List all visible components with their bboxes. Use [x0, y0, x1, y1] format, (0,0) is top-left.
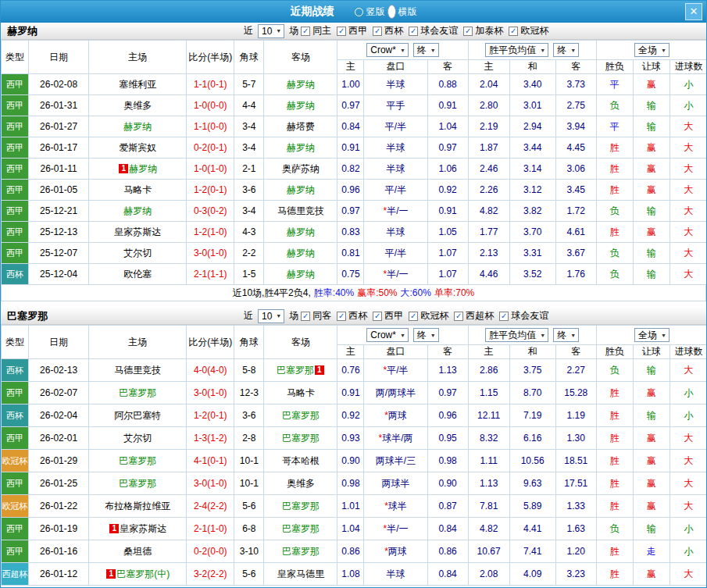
dropdown-arrow-icon: ▼ — [400, 48, 405, 53]
dropdown-arrow-icon: ▼ — [570, 48, 576, 53]
score-cell: 1-2(0-1) — [187, 404, 234, 427]
euro-away-cell: 1.19 — [555, 404, 596, 427]
away-favorite-asterisk: * — [383, 523, 387, 534]
euro-draw-cell: 5.89 — [509, 495, 555, 518]
score-cell: 1-1(0-1) — [187, 74, 234, 95]
home-team-cell: 塞维利亚 — [89, 74, 187, 95]
close-button[interactable]: ✕ — [685, 3, 702, 20]
final-odds-select[interactable]: 终▼ — [413, 328, 439, 342]
handicap-cell: 平手 — [364, 95, 427, 116]
result-header: 全场▼ — [596, 41, 707, 60]
handicap-cell: 两/两球半 — [364, 382, 427, 404]
date-cell: 26-01-17 — [29, 137, 89, 159]
home-team-cell: 桑坦德 — [89, 540, 187, 563]
subcol-label: 主 — [337, 345, 364, 359]
handicap-result-cell: 赢 — [633, 159, 670, 180]
euro-home-cell: 2.04 — [468, 74, 509, 95]
filter-checkbox-label: 球会友谊 — [511, 309, 548, 323]
home-team-cell: 阿尔巴塞特 — [89, 404, 187, 427]
filter-checkbox[interactable]: ✓同主 — [301, 24, 331, 37]
filter-checkbox[interactable]: ✓球会友谊 — [409, 24, 458, 37]
recent-results-popup: 近期战绩 竖版 横版 ✕ 赫罗纳近10▼场✓同主✓西甲✓西杯✓球会友谊✓加泰杯✓… — [0, 0, 707, 588]
subcol-label: 主 — [337, 60, 364, 74]
handicap-result-cell: 输 — [633, 518, 670, 540]
away-team-cell: 赫罗纳 — [264, 74, 337, 95]
euro-draw-cell: 3.31 — [509, 243, 555, 264]
type-cell: 西杯 — [2, 404, 29, 427]
handicap-cell: 两球半 — [364, 472, 427, 495]
euro-away-cell: 1.76 — [555, 264, 596, 285]
filter-checkbox[interactable]: ✓欧冠杯 — [509, 24, 548, 37]
filter-checkbox[interactable]: ✓加泰杯 — [463, 24, 503, 37]
team-name: 布拉格斯拉维亚 — [105, 501, 170, 511]
checkbox-icon: ✓ — [373, 27, 382, 36]
table-row: 西甲26-02-01艾尔切1-3(1-2)2-8巴塞罗那0.93*球半/两0.9… — [2, 427, 707, 450]
filter-checkbox-label: 西甲 — [384, 309, 403, 323]
full-match-select[interactable]: 全场▼ — [634, 43, 670, 57]
score-cell: 4-0(4-0) — [187, 359, 234, 382]
filter-checkbox[interactable]: ✓同客 — [301, 309, 331, 323]
full-match-select[interactable]: 全场▼ — [634, 328, 670, 342]
table-row: 西甲25-12-21赫罗纳0-3(0-2)3-4马德里竞技0.97*半/一0.9… — [2, 201, 707, 222]
bookmaker-select[interactable]: Crow*▼ — [366, 328, 409, 342]
euro-home-cell: 2.80 — [468, 95, 509, 116]
final-odds-select-2[interactable]: 终▼ — [553, 328, 579, 342]
match-count-select[interactable]: 10▼ — [258, 24, 284, 38]
avg-odds-select[interactable]: 胜平负均值▼ — [485, 43, 548, 57]
horizontal-layout-radio[interactable] — [387, 5, 396, 19]
team-name: 皇家苏斯达 — [114, 226, 161, 237]
corner-cell: 5-6 — [234, 563, 264, 586]
handicap-cell: *球半/两 — [364, 427, 427, 450]
match-count-select[interactable]: 10▼ — [258, 309, 284, 323]
away-odds-cell: 1.13 — [427, 359, 468, 382]
corner-cell: 3-4 — [234, 116, 264, 137]
result-cell: 胜 — [596, 404, 633, 427]
home-team-cell: 爱斯宾奴 — [89, 137, 187, 159]
col-away: 客场 — [264, 326, 337, 359]
filter-checkbox[interactable]: ✓欧冠杯 — [409, 309, 448, 323]
handicap-result-cell: 赢 — [633, 222, 670, 243]
final-odds-select[interactable]: 终▼ — [413, 43, 439, 57]
filter-checkbox[interactable]: ✓西超杯 — [454, 309, 494, 323]
handicap-cell: 平/半 — [364, 116, 427, 137]
handicap-result-cell: 赢 — [633, 180, 670, 201]
euro-away-cell: 3.45 — [555, 180, 596, 201]
score-cell: 2-1(1-0) — [187, 518, 234, 540]
euro-home-cell: 2.13 — [468, 243, 509, 264]
euro-away-cell: 18.51 — [555, 450, 596, 472]
filter-checkbox[interactable]: ✓西甲 — [373, 309, 403, 323]
team-name: 赫罗纳 — [287, 142, 315, 153]
home-odds-cell: 0.86 — [337, 540, 364, 563]
checkbox-icon: ✓ — [373, 312, 382, 321]
euro-home-cell: 4.82 — [468, 518, 509, 540]
home-odds-cell: 1.01 — [337, 495, 364, 518]
handicap-result-cell: 走 — [633, 540, 670, 563]
filter-checkbox[interactable]: ✓西杯 — [373, 24, 403, 37]
handicap-result-cell: 输 — [633, 264, 670, 285]
handicap-result-cell: 输 — [633, 95, 670, 116]
vertical-layout-radio[interactable] — [355, 8, 363, 16]
col-date: 日期 — [29, 326, 89, 359]
team-name: 巴塞罗那 — [282, 501, 320, 511]
popup-title: 近期战绩 — [291, 5, 334, 19]
total-goals-cell: 大 — [670, 201, 707, 222]
final-odds-select-2[interactable]: 终▼ — [553, 43, 579, 57]
filter-checkbox[interactable]: ✓西甲 — [337, 24, 367, 37]
result-cell: 胜 — [596, 159, 633, 180]
col-date: 日期 — [29, 41, 89, 74]
handicap-cell: 平/半 — [364, 243, 427, 264]
away-favorite-asterisk: * — [383, 365, 387, 376]
team-name: 桑坦德 — [123, 546, 152, 557]
bookmaker-select[interactable]: Crow*▼ — [366, 43, 409, 57]
table-row: 西甲25-12-13皇家苏斯达1-2(1-0)4-3赫罗纳0.83半球1.051… — [2, 222, 707, 243]
team-name-heading: 巴塞罗那 — [7, 309, 241, 323]
home-odds-cell: 0.91 — [337, 137, 364, 159]
filter-checkbox[interactable]: ✓球会友谊 — [499, 309, 548, 323]
avg-odds-select[interactable]: 胜平负均值▼ — [485, 328, 548, 342]
subcol-label: 客 — [555, 60, 596, 74]
team-name: 巴塞罗那 — [119, 387, 156, 398]
filter-checkbox[interactable]: ✓西杯 — [337, 309, 367, 323]
score-cell: 1-2(0-1) — [187, 180, 234, 201]
handicap-cell: *半/一 — [364, 518, 427, 540]
handicap-result-cell: 赢 — [633, 382, 670, 404]
